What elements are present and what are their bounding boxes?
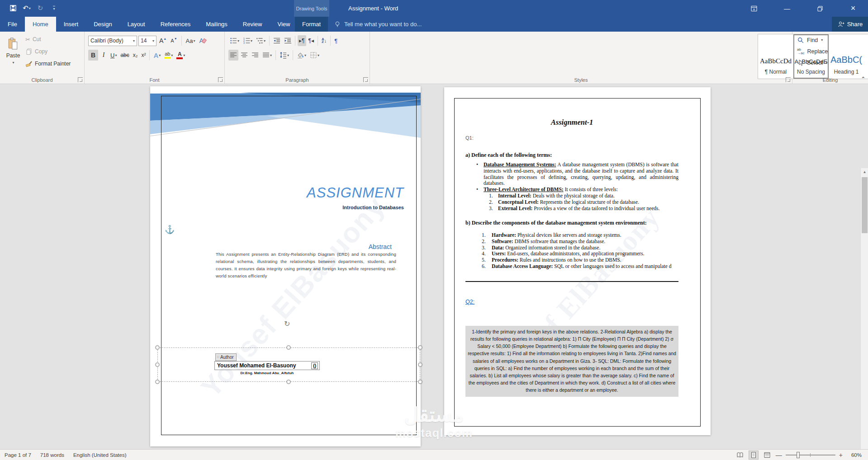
tab-view[interactable]: View bbox=[270, 17, 298, 32]
tab-insert[interactable]: Insert bbox=[56, 17, 86, 32]
scroll-up-icon[interactable]: ▲ bbox=[861, 168, 868, 175]
web-layout-button[interactable] bbox=[762, 451, 772, 460]
assignment-page[interactable]: Yousef ElBasuony Assignment-1 Q1: a) Def… bbox=[444, 87, 711, 435]
redo-button[interactable]: ↻ bbox=[33, 3, 47, 14]
font-family-combo[interactable]: Calibri (Body)▾ bbox=[88, 36, 137, 46]
select-button[interactable]: Select▾ bbox=[792, 57, 868, 68]
author-content-control[interactable]: Youssef Mohamed El-Basuony () bbox=[214, 361, 320, 370]
underline-button[interactable]: U▾ bbox=[109, 50, 118, 61]
selection-handle[interactable] bbox=[418, 346, 422, 350]
paste-button[interactable]: Paste ▾ bbox=[3, 33, 23, 80]
bullets-button[interactable]: ▾ bbox=[228, 35, 241, 46]
cover-page[interactable]: Yousef ElBasuony ASSIGNMENT Introduction… bbox=[150, 86, 421, 446]
borders-button[interactable]: ▾ bbox=[308, 50, 321, 61]
tab-design[interactable]: Design bbox=[86, 17, 119, 32]
copy-button[interactable]: Copy bbox=[25, 47, 71, 56]
share-button[interactable]: Share bbox=[832, 17, 868, 32]
align-center-button[interactable] bbox=[239, 50, 249, 61]
ribbon-display-options-button[interactable] bbox=[744, 0, 764, 17]
restore-button[interactable] bbox=[810, 0, 830, 17]
increase-indent-button[interactable] bbox=[283, 35, 293, 46]
bold-button[interactable]: B bbox=[88, 50, 98, 61]
align-left-button[interactable] bbox=[228, 50, 238, 61]
zoom-in-button[interactable]: + bbox=[839, 451, 843, 459]
selection-handle[interactable] bbox=[287, 346, 291, 350]
scrollbar-thumb[interactable] bbox=[862, 177, 868, 233]
close-icon: × bbox=[851, 4, 856, 13]
clear-formatting-button[interactable]: A bbox=[198, 35, 207, 46]
styles-dialog-launcher[interactable] bbox=[786, 77, 791, 82]
shrink-font-button[interactable]: A▼ bbox=[169, 35, 178, 46]
collapse-ribbon-button[interactable]: ⌃ bbox=[861, 76, 865, 82]
italic-button[interactable]: I bbox=[99, 50, 108, 61]
selection-handle[interactable] bbox=[156, 380, 160, 384]
tab-layout[interactable]: Layout bbox=[120, 17, 153, 32]
tab-home[interactable]: Home bbox=[25, 17, 56, 32]
text-effects-button[interactable]: A▾ bbox=[152, 50, 162, 61]
zoom-slider-handle[interactable] bbox=[797, 452, 800, 458]
multilevel-list-button[interactable]: ▾ bbox=[255, 35, 267, 46]
cut-button[interactable]: ✂Cut bbox=[25, 34, 71, 44]
highlight-button[interactable]: ab ▾ bbox=[163, 50, 174, 61]
change-case-icon: Aa bbox=[186, 38, 193, 44]
save-button[interactable] bbox=[6, 3, 20, 14]
zoom-level[interactable]: 60% bbox=[846, 452, 862, 458]
subscript-button[interactable]: x₂ bbox=[132, 50, 139, 61]
numbering-button[interactable]: 123▾ bbox=[242, 35, 254, 46]
decrease-indent-icon bbox=[273, 37, 280, 44]
style-normal[interactable]: AaBbCcDd¶ Normal bbox=[758, 34, 793, 79]
author-content-control-tag[interactable]: ∷ Author bbox=[215, 353, 237, 361]
language-indicator[interactable]: English (United States) bbox=[69, 450, 131, 460]
page-indicator[interactable]: Page 1 of 7 bbox=[0, 450, 36, 460]
selection-handle[interactable] bbox=[156, 363, 160, 367]
justify-button[interactable]: ▾ bbox=[261, 50, 273, 61]
tab-file[interactable]: File bbox=[0, 17, 25, 32]
components-list: 1.Hardware: Physical devices like server… bbox=[465, 232, 678, 270]
align-right-button[interactable] bbox=[250, 50, 260, 61]
multilevel-list-icon bbox=[256, 37, 263, 44]
find-button[interactable]: Find▾ bbox=[792, 34, 868, 46]
word-count[interactable]: 718 words bbox=[36, 450, 69, 460]
change-case-button[interactable]: Aa▾ bbox=[185, 35, 197, 46]
rotate-handle[interactable]: ↻ bbox=[284, 319, 290, 328]
print-layout-button[interactable] bbox=[749, 451, 759, 460]
tab-review[interactable]: Review bbox=[235, 17, 270, 32]
tab-mailings[interactable]: Mailings bbox=[198, 17, 235, 32]
decrease-indent-button[interactable] bbox=[272, 35, 282, 46]
clipboard-dialog-launcher[interactable] bbox=[78, 77, 83, 82]
left-to-right-button[interactable]: ▸¶ bbox=[298, 35, 306, 46]
vertical-scrollbar[interactable]: ▲ ▼ bbox=[860, 168, 868, 449]
format-painter-button[interactable]: Format Painter bbox=[25, 59, 71, 69]
paragraph-dialog-launcher[interactable] bbox=[363, 77, 368, 82]
right-to-left-button[interactable]: ¶◂ bbox=[307, 35, 315, 46]
show-marks-button[interactable]: ¶ bbox=[333, 35, 339, 46]
line-spacing-button[interactable]: ▾ bbox=[278, 50, 290, 61]
strikethrough-button[interactable]: abc bbox=[119, 50, 130, 61]
qat-customize-button[interactable]: ▾ bbox=[47, 3, 61, 14]
read-mode-button[interactable] bbox=[735, 451, 745, 460]
shading-button[interactable]: ▾ bbox=[295, 50, 308, 61]
selection-handle[interactable] bbox=[156, 346, 160, 350]
replace-button[interactable]: ab→ac Replace bbox=[792, 46, 868, 57]
minimize-button[interactable]: — bbox=[777, 0, 797, 17]
selection-handle[interactable] bbox=[418, 380, 422, 384]
undo-button[interactable]: ↶▾ bbox=[20, 3, 33, 14]
q2-link[interactable]: Q2: bbox=[465, 299, 678, 305]
font-color-button[interactable]: A ▾ bbox=[175, 50, 186, 61]
tell-me-box[interactable]: Tell me what you want to do... bbox=[334, 17, 422, 32]
print-layout-icon bbox=[750, 451, 757, 459]
abstract-heading: Abstract bbox=[369, 243, 392, 250]
grow-font-button[interactable]: A▲ bbox=[158, 35, 168, 46]
zoom-slider[interactable] bbox=[786, 455, 835, 455]
selection-handle[interactable] bbox=[418, 363, 422, 367]
tab-format[interactable]: Format bbox=[295, 17, 328, 32]
zoom-out-button[interactable]: — bbox=[776, 451, 782, 459]
selection-handle[interactable] bbox=[287, 380, 291, 384]
close-button[interactable]: × bbox=[843, 0, 863, 17]
superscript-button[interactable]: x² bbox=[140, 50, 147, 61]
bullets-icon bbox=[230, 37, 237, 44]
font-size-combo[interactable]: 14▾ bbox=[138, 36, 157, 46]
sort-button[interactable]: AZ↓ bbox=[320, 35, 328, 46]
tab-references[interactable]: References bbox=[153, 17, 198, 32]
font-dialog-launcher[interactable] bbox=[218, 77, 223, 82]
